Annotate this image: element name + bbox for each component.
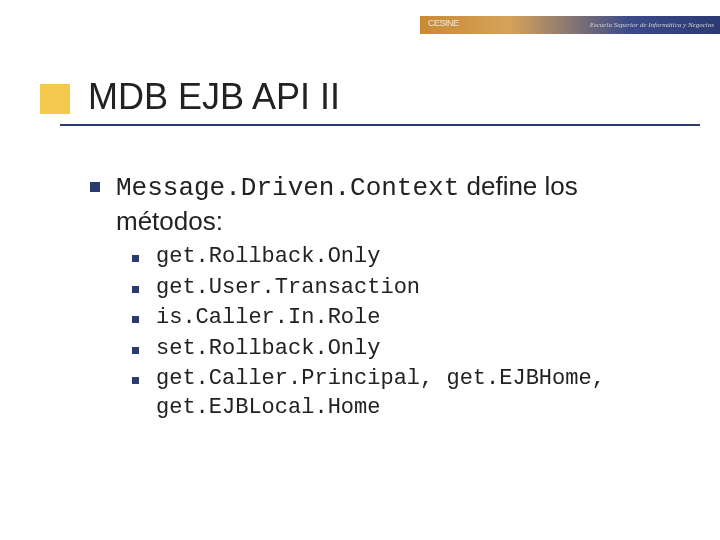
sub-bullet-text: set.Rollback.Only: [156, 335, 680, 364]
sub-bullets: get.Rollback.Onlyget.User.Transactionis.…: [132, 243, 680, 423]
square-bullet-icon: [90, 182, 100, 192]
sub-bullet-text: is.Caller.In.Role: [156, 304, 680, 333]
slide-title: MDB EJB API II: [88, 76, 340, 118]
code-text: Message.Driven.Context: [116, 173, 459, 203]
banner-tagline: Escuela Superior de Informática y Negoci…: [590, 21, 714, 29]
sub-bullet-text: get.User.Transaction: [156, 274, 680, 303]
content-area: Message.Driven.Context define los método…: [90, 170, 680, 453]
square-bullet-icon: [132, 377, 139, 384]
title-bullet-square: [40, 84, 70, 114]
square-bullet-icon: [132, 347, 139, 354]
sub-bullet: get.Caller.Principal, get.EJBHome, get.E…: [132, 365, 680, 422]
bullet-level1: Message.Driven.Context define los método…: [90, 170, 680, 423]
title-underline: [60, 124, 700, 126]
sub-bullet: is.Caller.In.Role: [132, 304, 680, 333]
square-bullet-icon: [132, 255, 139, 262]
sub-bullet: get.User.Transaction: [132, 274, 680, 303]
level1-text: Message.Driven.Context define los método…: [116, 170, 680, 237]
banner-logo: CESINE: [428, 18, 459, 28]
sub-bullet: set.Rollback.Only: [132, 335, 680, 364]
sub-bullet-text: get.Caller.Principal, get.EJBHome, get.E…: [156, 365, 680, 422]
square-bullet-icon: [132, 286, 139, 293]
sub-bullet: get.Rollback.Only: [132, 243, 680, 272]
square-bullet-icon: [132, 316, 139, 323]
top-banner: CESINE Escuela Superior de Informática y…: [420, 16, 720, 34]
sub-bullet-text: get.Rollback.Only: [156, 243, 680, 272]
